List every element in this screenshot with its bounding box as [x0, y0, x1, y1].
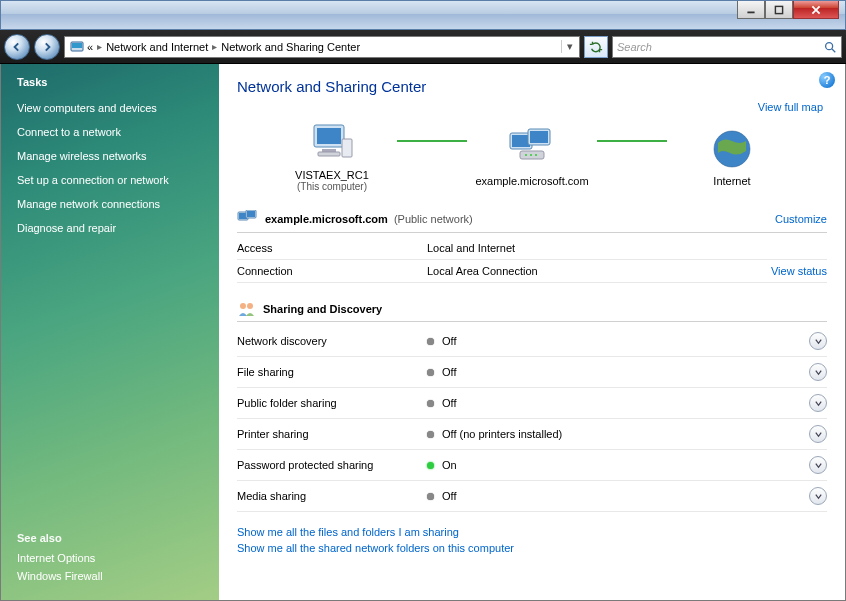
map-node-label: Internet [657, 175, 807, 187]
see-also-link[interactable]: Windows Firewall [17, 570, 203, 582]
tasks-heading: Tasks [17, 76, 203, 88]
see-also-heading: See also [17, 532, 203, 544]
sharing-heading: Sharing and Discovery [263, 303, 382, 315]
chevron-down-icon [814, 337, 823, 346]
svg-point-18 [525, 154, 527, 156]
svg-rect-26 [247, 211, 255, 217]
task-link[interactable]: Manage wireless networks [17, 150, 203, 162]
control-panel-icon [69, 39, 85, 55]
people-icon [237, 301, 257, 317]
svg-rect-9 [317, 128, 341, 144]
breadcrumb-part-1[interactable]: Network and Internet [106, 41, 208, 53]
search-icon [823, 40, 837, 54]
network-map: VISTAEX_RC1 (This computer) example.micr… [237, 117, 827, 192]
sharing-row-value: Off [442, 366, 809, 378]
sharing-row-label: Public folder sharing [237, 397, 427, 409]
status-dot-icon [427, 462, 434, 469]
see-also-section: See also Internet Options Windows Firewa… [17, 512, 203, 588]
chevron-down-icon [814, 430, 823, 439]
chevron-right-icon: ▸ [212, 41, 217, 52]
expand-button[interactable] [809, 487, 827, 505]
connection-value: Local Area Connection [427, 265, 771, 277]
maximize-button[interactable] [765, 1, 793, 19]
expand-button[interactable] [809, 394, 827, 412]
show-shared-folders-link[interactable]: Show me all the shared network folders o… [237, 542, 827, 554]
tasks-sidebar: Tasks View computers and devices Connect… [1, 64, 219, 600]
map-node-label: VISTAEX_RC1 [257, 169, 407, 181]
refresh-button[interactable] [584, 36, 608, 58]
expand-button[interactable] [809, 425, 827, 443]
svg-point-20 [535, 154, 537, 156]
forward-button[interactable] [34, 34, 60, 60]
sharing-row: File sharingOff [237, 357, 827, 388]
content-pane: ? Network and Sharing Center View full m… [219, 64, 845, 600]
close-button[interactable] [793, 1, 839, 19]
status-dot-icon [427, 431, 434, 438]
breadcrumb-part-2[interactable]: Network and Sharing Center [221, 41, 360, 53]
status-dot-icon [427, 369, 434, 376]
task-link[interactable]: View computers and devices [17, 102, 203, 114]
sharing-row-value: Off (no printers installed) [442, 428, 809, 440]
connection-label: Connection [237, 265, 427, 277]
access-value: Local and Internet [427, 242, 827, 254]
view-full-map-link[interactable]: View full map [758, 101, 823, 113]
chevron-down-icon [814, 461, 823, 470]
task-link[interactable]: Manage network connections [17, 198, 203, 210]
chevron-down-icon [814, 399, 823, 408]
map-node-label: example.microsoft.com [457, 175, 607, 187]
chevron-down-icon [814, 368, 823, 377]
access-label: Access [237, 242, 427, 254]
minimize-button[interactable] [737, 1, 765, 19]
network-section-head: example.microsoft.com (Public network) C… [237, 210, 827, 228]
map-node-network[interactable]: example.microsoft.com [457, 123, 607, 187]
sharing-row-value: Off [442, 397, 809, 409]
see-also-link[interactable]: Internet Options [17, 552, 203, 564]
sharing-row-value: Off [442, 490, 809, 502]
map-node-internet[interactable]: Internet [657, 123, 807, 187]
expand-button[interactable] [809, 332, 827, 350]
expand-button[interactable] [809, 363, 827, 381]
window-controls [737, 1, 839, 19]
expand-button[interactable] [809, 456, 827, 474]
sharing-row-label: Password protected sharing [237, 459, 427, 471]
sharing-row-label: Printer sharing [237, 428, 427, 440]
svg-point-27 [240, 303, 246, 309]
sharing-row-label: Media sharing [237, 490, 427, 502]
divider [237, 232, 827, 233]
divider [237, 321, 827, 322]
chevron-down-icon [814, 492, 823, 501]
svg-rect-1 [775, 6, 782, 13]
back-button[interactable] [4, 34, 30, 60]
network-small-icon [237, 210, 259, 228]
svg-point-6 [826, 42, 833, 49]
task-link[interactable]: Set up a connection or network [17, 174, 203, 186]
show-shared-files-link[interactable]: Show me all the files and folders I am s… [237, 526, 827, 538]
svg-rect-11 [318, 152, 340, 156]
computer-icon [257, 117, 407, 169]
customize-link[interactable]: Customize [775, 213, 827, 225]
toolbar: « ▸ Network and Internet ▸ Network and S… [0, 30, 846, 64]
search-input[interactable]: Search [612, 36, 842, 58]
breadcrumb-dropdown[interactable]: ▾ [561, 40, 577, 53]
task-link[interactable]: Diagnose and repair [17, 222, 203, 234]
search-placeholder: Search [617, 41, 652, 53]
svg-rect-16 [530, 131, 548, 143]
help-icon[interactable]: ? [819, 72, 835, 88]
breadcrumb[interactable]: « ▸ Network and Internet ▸ Network and S… [64, 36, 580, 58]
access-row: Access Local and Internet [237, 237, 827, 260]
svg-rect-12 [342, 139, 352, 157]
status-dot-icon [427, 400, 434, 407]
page-title: Network and Sharing Center [237, 78, 827, 95]
task-link[interactable]: Connect to a network [17, 126, 203, 138]
network-name: example.microsoft.com [265, 213, 388, 225]
svg-rect-14 [512, 135, 530, 147]
map-node-this-computer[interactable]: VISTAEX_RC1 (This computer) [257, 117, 407, 192]
sharing-row: Password protected sharingOn [237, 450, 827, 481]
view-status-link[interactable]: View status [771, 265, 827, 277]
network-icon [457, 123, 607, 175]
sharing-row-value: Off [442, 335, 809, 347]
network-type: (Public network) [394, 213, 473, 225]
svg-point-28 [247, 303, 253, 309]
svg-line-7 [832, 48, 836, 52]
chevron-right-icon: ▸ [97, 41, 102, 52]
